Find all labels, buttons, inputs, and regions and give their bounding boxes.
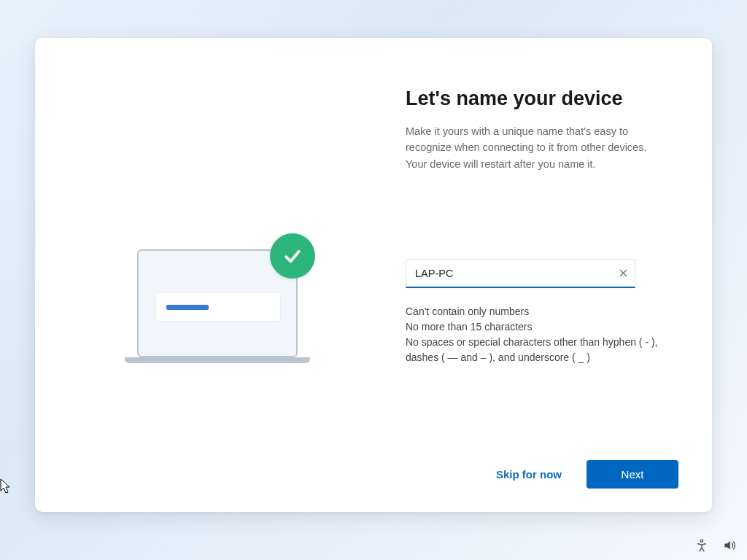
name-bar-fill: [166, 305, 209, 310]
illustration-pane: [35, 38, 400, 512]
laptop-illustration: [130, 220, 341, 373]
next-button[interactable]: Next: [587, 460, 678, 489]
close-icon: [619, 268, 628, 278]
check-badge-icon: [270, 233, 315, 279]
rule-line-2: No more than 15 characters: [406, 319, 683, 335]
name-bar: [156, 293, 280, 321]
taskbar-icons: [694, 538, 737, 553]
accessibility-icon[interactable]: [694, 538, 709, 553]
clear-input-button[interactable]: [611, 262, 635, 285]
device-name-wrap: [406, 259, 635, 288]
mouse-cursor-icon: [0, 478, 12, 494]
rule-line-1: Can't contain only numbers: [406, 304, 683, 319]
name-rules: Can't contain only numbers No more than …: [406, 304, 683, 365]
setup-card: Let's name your device Make it yours wit…: [35, 38, 712, 512]
content-pane: Let's name your device Make it yours wit…: [400, 38, 712, 512]
svg-point-2: [700, 540, 703, 542]
page-subtitle: Make it yours with a unique name that's …: [406, 123, 668, 172]
page-title: Let's name your device: [406, 88, 678, 110]
skip-button[interactable]: Skip for now: [492, 461, 566, 488]
rule-line-3: No spaces or special characters other th…: [406, 335, 683, 365]
button-row: Skip for now Next: [492, 460, 678, 489]
volume-icon[interactable]: [722, 538, 737, 553]
device-name-input[interactable]: [406, 262, 611, 285]
laptop-base: [125, 357, 310, 363]
